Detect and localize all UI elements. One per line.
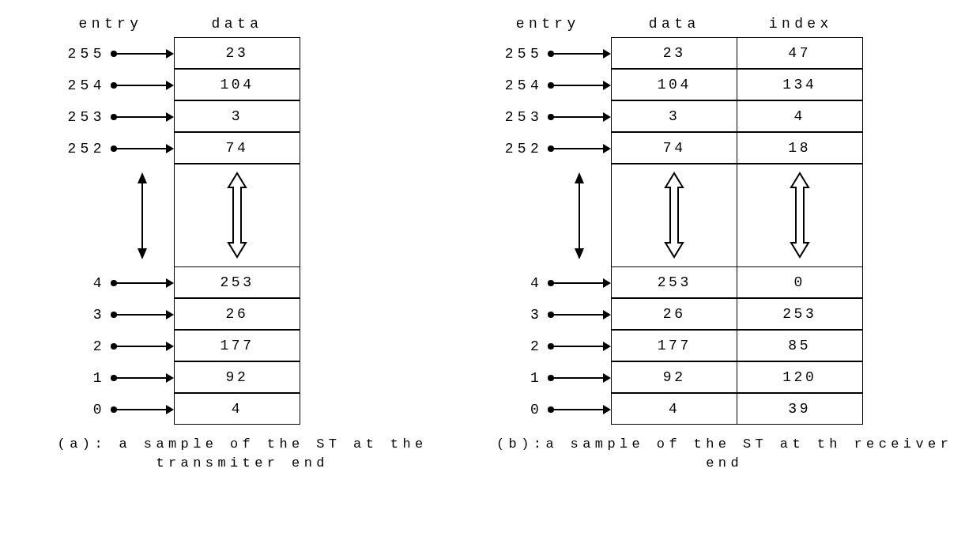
ellipsis-data-cell	[611, 164, 737, 268]
arrow-icon	[548, 282, 611, 284]
table-row: 255 23	[47, 38, 437, 70]
entry-label: 255	[47, 46, 111, 62]
arrow-icon	[548, 377, 611, 379]
arrow-icon	[111, 346, 174, 347]
entry-label: 254	[484, 77, 548, 93]
arrow-icon	[548, 409, 611, 410]
data-cell: 177	[174, 330, 300, 361]
panel-transmitter: entry data 255 23 254 104 253 3 252	[47, 16, 437, 473]
svg-marker-2	[138, 248, 147, 259]
table-row: 252 74	[47, 133, 437, 164]
entry-label: 254	[47, 77, 111, 93]
header-data: data	[611, 16, 737, 32]
panel-a-headers: entry data	[47, 16, 437, 32]
table-row: 4 253	[47, 267, 437, 299]
ellipsis-index-cell	[737, 164, 863, 268]
table-row: 1 92	[47, 362, 437, 394]
ellipsis-data-cell	[174, 164, 300, 268]
data-cell: 177	[611, 330, 737, 361]
arrow-icon	[111, 85, 174, 86]
entry-label: 252	[484, 141, 548, 157]
caption-b: (b):a sample of the ST at th receiver en…	[484, 435, 964, 473]
data-cell: 74	[611, 132, 737, 164]
data-cell: 23	[611, 37, 737, 69]
entry-label: 252	[47, 141, 111, 157]
arrow-icon	[111, 409, 174, 410]
data-cell: 92	[174, 361, 300, 393]
svg-marker-4	[575, 172, 584, 183]
data-cell: 3	[174, 100, 300, 132]
table-row: 253 3 4	[484, 101, 964, 133]
arrow-icon	[548, 346, 611, 347]
svg-rect-1	[141, 182, 143, 250]
svg-marker-6	[575, 248, 584, 259]
arrow-icon	[548, 148, 611, 149]
arrow-icon	[548, 85, 611, 86]
table-row: 3 26 253	[484, 299, 964, 331]
index-cell: 39	[737, 393, 863, 425]
entry-label: 4	[484, 275, 548, 291]
header-index: index	[737, 16, 864, 32]
arrow-icon	[548, 314, 611, 316]
index-cell: 120	[737, 361, 863, 393]
panel-b-headers: entry data index	[484, 16, 964, 32]
data-cell: 253	[174, 266, 300, 298]
data-cell: 104	[611, 69, 737, 100]
svg-marker-8	[791, 173, 808, 257]
svg-marker-7	[665, 173, 683, 257]
table-row: 254 104 134	[484, 70, 964, 101]
data-cell: 23	[174, 37, 300, 69]
double-arrow-hollow-icon	[788, 172, 812, 259]
caption-a: (a): a sample of the ST at the transmite…	[47, 435, 437, 473]
table-row: 2 177 85	[484, 331, 964, 362]
arrow-icon	[111, 116, 174, 118]
ellipsis-row	[484, 164, 964, 267]
double-arrow-solid-icon	[572, 172, 586, 259]
header-entry: entry	[47, 16, 174, 32]
index-cell: 4	[737, 100, 863, 132]
data-cell: 26	[174, 298, 300, 330]
index-cell: 47	[737, 37, 863, 69]
arrow-icon	[111, 377, 174, 379]
panel-receiver: entry data index 255 23 47 254 104 134 2…	[484, 16, 964, 473]
entry-label: 255	[484, 46, 548, 62]
index-cell: 18	[737, 132, 863, 164]
entry-label: 1	[484, 370, 548, 386]
table-row: 0 4 39	[484, 394, 964, 425]
arrow-icon	[548, 53, 611, 55]
double-arrow-solid-icon	[135, 172, 149, 259]
entry-label: 253	[484, 109, 548, 125]
double-arrow-hollow-icon	[662, 172, 686, 259]
svg-marker-3	[228, 173, 246, 257]
index-cell: 253	[737, 298, 863, 330]
header-data: data	[174, 16, 300, 32]
table-row: 253 3	[47, 101, 437, 133]
index-cell: 85	[737, 330, 863, 361]
arrow-icon	[111, 314, 174, 316]
data-cell: 92	[611, 361, 737, 393]
arrow-icon	[548, 116, 611, 118]
entry-label: 4	[47, 275, 111, 291]
entry-label: 2	[484, 338, 548, 354]
entry-label: 0	[484, 402, 548, 418]
table-row: 255 23 47	[484, 38, 964, 70]
entry-label: 0	[47, 402, 111, 418]
double-arrow-hollow-icon	[225, 172, 249, 259]
data-cell: 253	[611, 266, 737, 298]
table-row: 0 4	[47, 394, 437, 425]
entry-label: 3	[47, 307, 111, 323]
entry-label: 2	[47, 338, 111, 354]
entry-label: 253	[47, 109, 111, 125]
data-cell: 4	[174, 393, 300, 425]
data-cell: 4	[611, 393, 737, 425]
table-row: 254 104	[47, 70, 437, 101]
header-entry: entry	[484, 16, 611, 32]
table-row: 252 74 18	[484, 133, 964, 164]
index-cell: 134	[737, 69, 863, 100]
arrow-icon	[111, 282, 174, 284]
entry-label: 1	[47, 370, 111, 386]
diagram-container: entry data 255 23 254 104 253 3 252	[16, 16, 964, 473]
data-cell: 74	[174, 132, 300, 164]
arrow-icon	[111, 53, 174, 55]
panel-b-rows: 255 23 47 254 104 134 253 3 4 252 74	[484, 38, 964, 425]
